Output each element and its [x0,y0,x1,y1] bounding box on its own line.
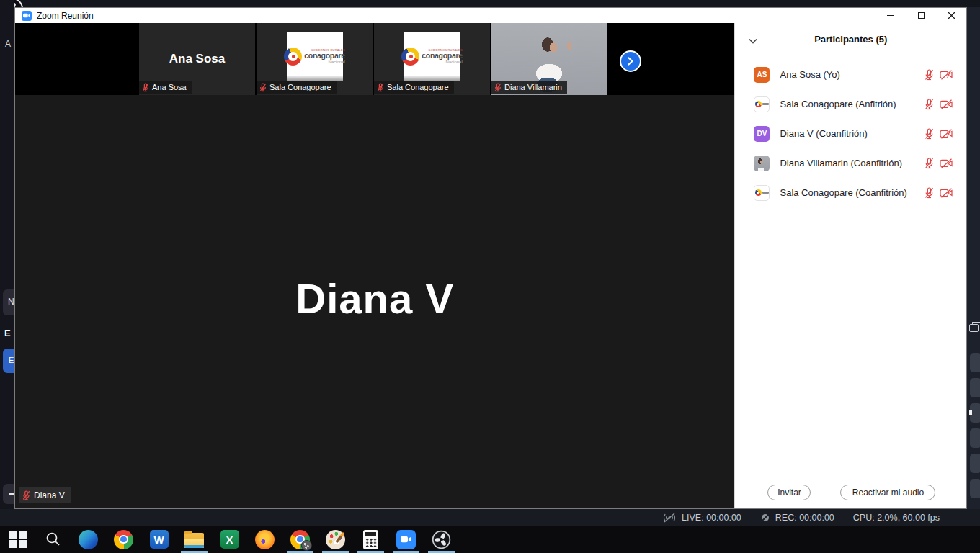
conagopare-ring-icon [401,48,419,66]
file-explorer-icon [184,533,204,548]
obs-dock-button-sliver [970,454,980,473]
obs-status-bar: LIVE: 00:00:00 REC: 00:00:00 CPU: 2.0%, … [0,509,980,526]
window-title: Zoom Reunión [37,11,94,21]
taskbar-paint[interactable] [318,526,353,553]
tile-name-label: Sala Conagopare [374,81,454,94]
participant-row[interactable]: DV Diana V (Coanfitrión) [735,119,966,148]
taskbar-chrome-profile[interactable] [282,526,318,553]
obs-dock-button-sliver [970,428,980,448]
close-button[interactable] [936,8,966,23]
taskbar-edge[interactable] [71,526,106,553]
zoom-app-icon [22,11,32,21]
obs-dock-button-sliver [970,403,980,423]
windows-taskbar: W X [0,526,980,553]
participant-row[interactable]: AS Ana Sosa (Yo) [735,60,966,89]
obs-panel-fragment: E [4,328,11,338]
calculator-icon [363,530,378,549]
obs-dock-button-sliver [970,353,980,372]
word-icon: W [150,530,169,549]
avatar-initials: AS [754,67,770,83]
mic-muted-icon [377,83,384,92]
video-tile-diana-villamarin[interactable]: Diana Villamarin [491,23,607,95]
chrome-icon [114,530,133,549]
video-stage: Ana Sosa Ana Sosa GOBIERNOS RURA [15,23,734,508]
mic-muted-icon [259,83,267,92]
taskbar-search-button[interactable] [35,526,71,553]
conagopare-logo: GOBIERNOS RURALES conagopare Nacional [287,32,343,81]
chrome-icon [290,530,310,549]
video-off-icon [940,70,953,80]
participant-name: Diana Villamarin (Coanfitrión) [780,158,902,168]
mic-muted-icon [925,187,934,199]
chevron-right-icon [621,52,640,71]
participants-panel: Participantes (5) AS Ana Sosa (Yo) [734,23,966,508]
participant-row[interactable]: Diana Villamarin (Coanfitrión) [735,148,966,178]
participant-name: Sala Conagopare (Coanfitrión) [780,187,906,198]
conagopare-ring-icon [284,48,302,66]
avatar-photo [754,156,770,171]
video-tile-ana-sosa[interactable]: Ana Sosa Ana Sosa [139,23,255,95]
start-button[interactable] [0,526,35,553]
maximize-button[interactable] [906,8,936,23]
excel-icon: X [220,530,239,549]
mic-muted-icon [925,158,934,169]
taskbar-excel[interactable]: X [212,526,247,553]
obs-dock-button-sliver [970,479,980,498]
obs-window-right-edge[interactable] [967,7,980,526]
mic-muted-icon [22,490,30,500]
obs-window-copy-icon [969,324,979,332]
active-speaker-name: Diana V [15,274,734,323]
video-off-icon [940,99,953,109]
participant-name: Sala Conagopare (Anfitrión) [780,99,896,109]
video-off-icon [940,129,953,139]
invite-button[interactable]: Invitar [767,485,811,500]
chevron-down-icon[interactable] [749,34,757,47]
rec-timer: REC: 00:00:00 [775,513,834,523]
participant-row[interactable]: Sala Conagopare (Anfitrión) [735,89,966,119]
profile-badge-icon [301,540,312,551]
participant-row[interactable]: Sala Conagopare (Coanfitrión) [735,178,966,207]
obs-title-fragment: A [5,39,11,49]
taskbar-firefox[interactable] [247,526,282,553]
participants-title: Participantes (5) [735,23,966,45]
minimize-button[interactable] [876,8,906,23]
conagopare-ring-icon [755,101,762,107]
taskbar-zoom[interactable] [388,526,424,553]
participant-name: Ana Sosa (Yo) [780,69,839,80]
paint-palette-icon [326,530,345,549]
self-view-label: Diana V [19,487,71,503]
obs-window-left-edge[interactable]: A N E E [0,0,14,526]
avatar-initials: DV [754,126,770,142]
next-page-arrow-button[interactable] [620,50,641,72]
conagopare-ring-icon [755,189,762,196]
cpu-stats: CPU: 2.0%, 60.00 fps [853,513,940,523]
stream-inactive-icon [662,513,677,523]
video-filmstrip: Ana Sosa Ana Sosa GOBIERNOS RURA [15,23,734,95]
tile-name-label: Diana Villamarin [491,81,567,94]
video-tile-sala-conagopare[interactable]: GOBIERNOS RURALES conagopare Nacional Sa… [257,23,373,95]
mic-muted-icon [925,99,934,110]
taskbar-file-explorer[interactable] [177,526,212,553]
mic-muted-icon [494,83,502,92]
avatar-conagopare-logo [754,96,770,112]
windows-logo-icon [9,531,27,548]
taskbar-word[interactable]: W [141,526,177,553]
video-tile-sala-conagopare[interactable]: GOBIERNOS RURALES conagopare Nacional Sa… [374,23,490,95]
taskbar-chrome[interactable] [106,526,141,553]
search-icon [45,531,62,548]
window-titlebar[interactable]: Zoom Reunión [15,8,966,23]
mic-muted-icon [142,83,149,92]
video-off-icon [940,158,953,168]
obs-dock-button-sliver [970,378,980,397]
participant-name: Diana V (Coanfitrión) [780,128,867,139]
taskbar-obs[interactable] [424,526,459,553]
live-timer: LIVE: 00:00:00 [682,513,741,523]
zoom-meeting-window: Zoom Reunión Ana Sosa Ana Sosa [14,7,967,509]
taskbar-calculator[interactable] [353,526,388,553]
unmute-audio-button[interactable]: Reactivar mi audio [840,485,935,500]
obs-studio-icon [432,530,451,549]
record-inactive-icon [760,513,770,523]
firefox-icon [255,530,275,549]
conagopare-logo: GOBIERNOS RURALES conagopare Nacional [404,32,460,81]
avatar-conagopare-logo [754,185,770,201]
